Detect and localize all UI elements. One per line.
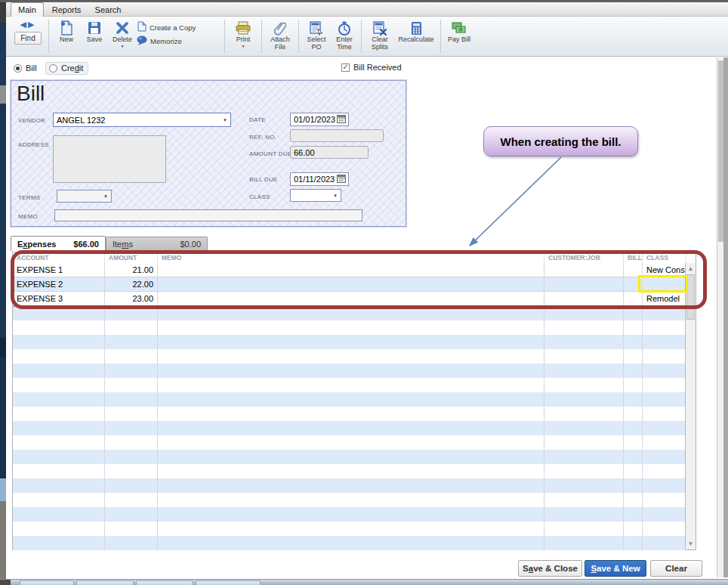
taskbar-item[interactable]: [20, 580, 74, 585]
cell-memo[interactable]: [158, 407, 544, 421]
cell-class[interactable]: Remodel: [643, 292, 686, 305]
cell-account[interactable]: [13, 522, 105, 536]
cell-account[interactable]: [13, 378, 105, 392]
cell-amount[interactable]: [105, 493, 158, 507]
cell-account[interactable]: [13, 507, 105, 522]
cell-amount[interactable]: 23.00: [105, 292, 158, 305]
grid-scrollbar[interactable]: ▲ ▼: [685, 263, 696, 549]
cell-memo[interactable]: [158, 378, 544, 392]
cell-account[interactable]: [13, 335, 105, 349]
cell-class[interactable]: [643, 349, 686, 364]
expense-row[interactable]: [13, 536, 686, 550]
scroll-up-icon[interactable]: ▲: [686, 264, 696, 274]
cell-billable[interactable]: [624, 292, 643, 305]
cell-customer_job[interactable]: [544, 464, 624, 478]
expense-row[interactable]: [13, 378, 686, 392]
cell-account[interactable]: EXPENSE 1: [13, 263, 105, 277]
tab-reports[interactable]: Reports: [47, 2, 86, 17]
scroll-down-icon[interactable]: ▼: [686, 539, 696, 549]
cell-billable[interactable]: [624, 450, 643, 464]
expense-row[interactable]: [13, 364, 686, 378]
cell-billable[interactable]: [624, 307, 643, 320]
enter-time-button[interactable]: Enter Time: [331, 17, 358, 56]
expense-row[interactable]: [13, 306, 686, 320]
recalculate-button[interactable]: Recalculate: [395, 17, 437, 56]
cell-class[interactable]: [643, 464, 686, 478]
cell-customer_job[interactable]: [544, 522, 624, 536]
cell-amount[interactable]: 22.00: [105, 277, 158, 291]
cell-account[interactable]: [13, 349, 105, 364]
cell-class[interactable]: [643, 522, 686, 536]
cell-billable[interactable]: [624, 349, 643, 364]
cell-memo[interactable]: [158, 320, 544, 335]
cell-billable[interactable]: [624, 378, 643, 392]
save-close-button[interactable]: Save & Close: [518, 560, 582, 577]
cell-billable[interactable]: [624, 407, 643, 421]
grid-scrollbar-thumb[interactable]: [686, 274, 695, 320]
cell-class[interactable]: [643, 493, 686, 507]
cell-account[interactable]: [13, 364, 105, 378]
cell-billable[interactable]: [624, 364, 643, 378]
cell-account[interactable]: [13, 320, 105, 335]
forward-arrow-icon[interactable]: ▶: [28, 20, 35, 29]
cell-customer_job[interactable]: [544, 335, 624, 349]
expense-row[interactable]: EXPENSE 323.00Remodel: [13, 292, 686, 306]
cell-memo[interactable]: [158, 435, 544, 450]
cell-billable[interactable]: [624, 464, 643, 478]
expense-row[interactable]: EXPENSE 222.00: [13, 277, 686, 292]
expense-row[interactable]: [13, 335, 686, 349]
save-new-button[interactable]: Save & New: [585, 560, 646, 577]
cell-billable[interactable]: [624, 335, 643, 349]
cell-class[interactable]: New Constr...: [643, 263, 686, 277]
new-button[interactable]: New: [52, 17, 81, 56]
tab-search[interactable]: Search: [89, 2, 127, 17]
cell-customer_job[interactable]: [544, 378, 624, 392]
cell-memo[interactable]: [158, 478, 544, 493]
cell-amount[interactable]: [105, 335, 158, 349]
clear-splits-button[interactable]: Clear Splits: [365, 17, 395, 56]
cell-class[interactable]: [643, 478, 686, 493]
cell-class[interactable]: [643, 364, 686, 378]
cell-customer_job[interactable]: [544, 292, 624, 305]
print-button[interactable]: Print ▼: [228, 17, 258, 56]
cell-customer_job[interactable]: [544, 450, 624, 464]
cell-memo[interactable]: [158, 421, 544, 435]
expense-row[interactable]: [13, 478, 686, 493]
vendor-combobox[interactable]: ANGEL 1232 ▼: [53, 113, 231, 127]
cell-customer_job[interactable]: [544, 364, 624, 378]
cell-billable[interactable]: [624, 263, 643, 277]
taskbar-item[interactable]: [196, 580, 261, 585]
tab-items[interactable]: Items $0.00: [106, 237, 208, 251]
cell-class[interactable]: [643, 407, 686, 421]
cell-class[interactable]: [643, 307, 686, 320]
cell-memo[interactable]: [158, 392, 544, 407]
tab-expenses[interactable]: Expenses $66.00: [11, 236, 106, 251]
cell-memo[interactable]: [158, 364, 544, 378]
cell-customer_job[interactable]: [544, 320, 624, 335]
cell-customer_job[interactable]: [544, 349, 624, 364]
cell-memo[interactable]: [158, 522, 544, 536]
cell-customer_job[interactable]: [544, 263, 624, 277]
cell-memo[interactable]: [158, 536, 544, 550]
cell-billable[interactable]: [624, 478, 643, 493]
cell-amount[interactable]: [105, 320, 158, 335]
class-combobox[interactable]: ▼: [290, 189, 341, 202]
cell-class[interactable]: [643, 320, 686, 335]
cell-memo[interactable]: [158, 507, 544, 522]
cell-memo[interactable]: [158, 335, 544, 349]
cell-class[interactable]: [643, 435, 686, 450]
cell-memo[interactable]: [158, 292, 544, 305]
cell-customer_job[interactable]: [544, 536, 624, 550]
cell-amount[interactable]: [105, 478, 158, 493]
cell-amount[interactable]: [105, 364, 158, 378]
cell-customer_job[interactable]: [544, 392, 624, 407]
cell-account[interactable]: [13, 450, 105, 464]
cell-amount[interactable]: [105, 392, 158, 407]
create-copy-button[interactable]: Create a Copy: [137, 21, 221, 33]
cell-customer_job[interactable]: [544, 493, 624, 507]
cell-amount[interactable]: 21.00: [105, 263, 158, 277]
address-field[interactable]: [53, 135, 166, 183]
pay-bill-button[interactable]: Pay Bill: [444, 17, 474, 56]
cell-account[interactable]: [13, 307, 105, 320]
cell-customer_job[interactable]: [544, 478, 624, 493]
